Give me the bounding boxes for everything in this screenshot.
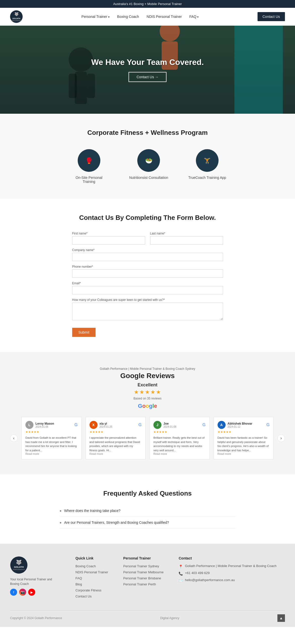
review-text-0: David from Goliath is an excellent PT th… [25,436,78,452]
faq-item-1[interactable]: ● Are our Personal Trainers, Strength an… [60,517,236,529]
quick-link-3[interactable]: Blog [75,582,108,586]
facebook-icon[interactable]: f [10,589,17,596]
svg-text:🐺: 🐺 [14,12,19,16]
logo-icon: 🐺 GOLIATH PERFORMANCE [10,10,23,23]
name-row: First name* Last name* [72,232,223,245]
google-g-icon-2: G [202,423,205,427]
quick-link-1[interactable]: NDIS Personal Trainer [75,570,108,574]
pt-link-1[interactable]: Personal Trainer Melbourne [123,570,163,574]
reviewer-avatar-3: A [218,421,226,429]
review-text-2: Brilliant trainer. Really gets the best … [153,436,206,452]
footer-brand-tagline: Your local Personal Trainer and Boxing C… [10,577,60,586]
nav-item-ndis[interactable]: NDIS Personal Trainer [147,15,182,19]
contact-form-container: First name* Last name* Company name* Pho… [72,232,223,337]
carousel-next-button[interactable]: › [277,434,285,442]
last-name-group: Last name* [150,232,223,245]
reviewer-meta-2: Joe 2024-01-08 [163,422,176,428]
contact-form-section: Contact Us By Completing The Form Below.… [0,199,295,352]
faq-item-0[interactable]: ● Where does the training take place? [60,505,236,517]
quick-link-2[interactable]: FAQ [75,576,108,580]
read-more-1[interactable]: Read more [90,452,142,455]
reviews-subtitle: Goliath Performance | Mobile Personal Tr… [10,367,285,371]
carousel-prev-button[interactable]: ‹ [10,434,18,442]
company-group: Company name* [72,248,223,261]
colleagues-label: How many of your Colleagues are super ke… [72,298,223,302]
read-more-3[interactable]: Read more [218,452,270,455]
reviews-carousel: ‹ L Leroy Mason 2024-01-06 G ★★★★★ David… [10,417,285,459]
reviewer-avatar-2: J [153,421,161,429]
reviewer-info-1: X xia yi 2024-01-26 [90,421,112,429]
reviewer-meta-0: Leroy Mason 2024-01-06 [35,422,54,428]
corporate-icon-2: 🏋️ [196,149,219,172]
corporate-label-1: Nutritionsist Consultation [129,176,168,180]
pt-link-0[interactable]: Personal Trainer Sydney [123,564,163,568]
google-g-icon-1: G [139,423,142,427]
back-to-top-button[interactable]: ▲ [277,614,285,622]
svg-point-18 [10,556,27,574]
svg-text:GOLIATH: GOLIATH [14,566,24,568]
reviewer-name-0: Leroy Mason [35,422,54,425]
instagram-icon[interactable]: 📷 [19,589,26,596]
corporate-heading: Corporate Fitness + Wellness Program [10,129,285,137]
corporate-icon-0: 🥊 [78,149,100,172]
pt-link-3[interactable]: Personal Trainer Perth [123,582,163,586]
first-name-group: First name* [72,232,145,245]
hero-cta-button[interactable]: Contact Us → [129,72,166,82]
email-input[interactable] [72,286,223,294]
contact-address: 📍 Goliath Performance | Mobile Personal … [179,564,276,569]
nav-contact-button[interactable]: Contact Us [258,12,285,21]
svg-text:PERFORMANCE: PERFORMANCE [12,20,22,21]
review-stars-3: ★★★★★ [218,430,270,434]
phone-input[interactable] [72,269,223,278]
faq-list: ● Where does the training take place? ● … [60,505,236,529]
copyright-text: Copyright © 2024 Goliath Performance [10,616,62,620]
reviewer-avatar-0: L [25,421,33,429]
quick-link-4[interactable]: Corporate Fitness [75,588,108,592]
reviews-based: Based on 35 reviews [10,397,285,400]
nav-logo[interactable]: 🐺 GOLIATH PERFORMANCE [10,10,23,23]
read-more-2[interactable]: Read more [153,452,206,455]
svg-text:🐺: 🐺 [16,559,22,565]
google-g-icon-3: G [267,423,270,427]
rating-label: Excellent [10,382,285,388]
corporate-section: Corporate Fitness + Wellness Program 🥊 O… [0,114,295,199]
submit-button[interactable]: Submit [72,328,96,337]
review-text-3: David has been fantastic as a trainer! S… [218,436,270,452]
reviewer-meta-1: xia yi 2024-01-26 [100,422,112,428]
faq-question-0: Where does the training take place? [64,509,120,513]
contact-form-heading: Contact Us By Completing The Form Below. [10,214,285,222]
nav-item-boxing-coach[interactable]: Boxing Coach [117,15,139,19]
review-header-3: A Abhishek Bhovar 2024-01-12 G [218,421,270,429]
review-stars-2: ★★★★★ [153,430,206,434]
digital-agency-text: Digital Agency [160,616,179,620]
corporate-item-0: 🥊 On-Site Personal Training [69,149,109,184]
app-icon: 🏋️ [200,154,214,168]
read-more-0[interactable]: Read more [25,452,78,455]
company-label: Company name* [72,248,223,252]
pt-link-2[interactable]: Personal Trainer Brisbane [123,576,163,580]
reviewer-info-0: L Leroy Mason 2024-01-06 [25,421,54,429]
quick-link-0[interactable]: Boxing Coach [75,564,108,568]
company-input[interactable] [72,253,223,261]
review-cards: L Leroy Mason 2024-01-06 G ★★★★★ David f… [21,417,274,459]
hero-content: We Have Your Team Covered. Contact Us → [0,26,295,114]
first-name-input[interactable] [72,236,145,245]
hero-section: We Have Your Team Covered. Contact Us → [0,26,295,114]
nav-item-faq[interactable]: FAQ [189,15,199,19]
google-g-icon-0: G [74,423,77,427]
colleagues-textarea[interactable] [72,303,223,320]
footer-brand: 🐺 GOLIATH PERFORMANCE Your local Persona… [10,556,60,600]
corporate-item-1: 🥗 Nutritionsist Consultation [129,149,168,184]
review-header-1: X xia yi 2024-01-26 G [90,421,142,429]
footer-quick-links: Quick Link Boxing Coach NDIS Personal Tr… [75,556,108,600]
reviews-stars: ★★★★★ [10,389,285,395]
phone-icon: 📞 [179,572,183,576]
footer: 🐺 GOLIATH PERFORMANCE Your local Persona… [0,544,295,627]
navbar: 🐺 GOLIATH PERFORMANCE Personal Trainer B… [0,8,295,26]
svg-text:PERFORMANCE: PERFORMANCE [13,569,25,570]
quick-link-heading: Quick Link [75,556,108,560]
nav-item-personal-trainer[interactable]: Personal Trainer [81,15,110,19]
quick-link-5[interactable]: Contact Us [75,594,108,598]
last-name-input[interactable] [150,236,223,245]
youtube-icon[interactable]: ▶ [28,589,35,596]
